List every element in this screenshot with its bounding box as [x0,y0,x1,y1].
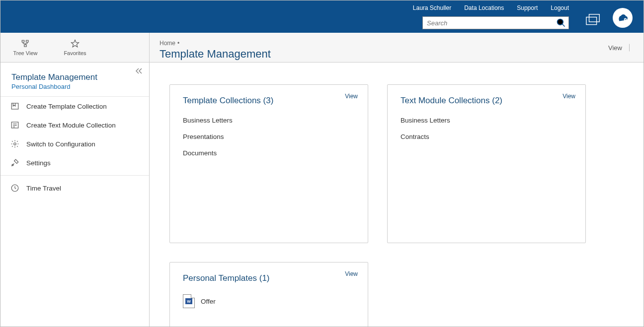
word-badge: W [185,298,192,304]
toolbar-row: Tree View Favorites Home• Template Manag… [0,33,644,63]
header-view-link[interactable]: View [608,44,630,51]
favorites-button[interactable]: Favorites [50,33,100,62]
card-text-module-collections: View Text Module Collections (2) Busines… [387,84,586,243]
sidebar-item-label: Settings [26,159,51,167]
text-module-icon [10,121,19,130]
card-view-link[interactable]: View [345,93,358,100]
sidebar-divider [0,175,149,176]
avatar-button[interactable] [613,8,633,28]
list-item[interactable]: Business Letters [183,117,355,124]
cards-container: View Template Collections (3) Business L… [150,63,644,327]
tools-icon [10,158,19,167]
svg-rect-2 [586,17,597,25]
user-name-link[interactable]: Laura Schuller [413,4,451,11]
data-locations-link[interactable]: Data Locations [464,4,504,11]
card-template-collections: View Template Collections (3) Business L… [169,84,368,243]
favorites-label: Favorites [64,50,86,56]
svg-rect-7 [26,40,29,42]
card-view-link[interactable]: View [345,270,358,277]
card-personal-templates: View Personal Templates (1) W Offer [169,262,368,327]
logo-icon [616,11,629,24]
card-title: Personal Templates (1) [183,273,355,283]
sidebar-item-create-text-module-collection[interactable]: Create Text Module Collection [0,116,149,134]
collapse-sidebar-button[interactable] [135,67,143,75]
word-doc-icon: W [183,294,195,308]
sidebar-item-label: Create Template Collection [26,103,107,110]
svg-point-19 [14,143,16,145]
clock-history-icon [10,184,19,193]
sidebar-item-create-template-collection[interactable]: Create Template Collection [0,97,149,116]
top-banner: Laura Schuller Data Locations Support Lo… [0,0,644,33]
star-icon [71,39,80,48]
sidebar-item-settings[interactable]: Settings [0,153,149,172]
svg-point-5 [625,19,626,20]
card-view-link[interactable]: View [563,93,575,100]
sidebar-item-label: Time Travel [26,185,61,192]
sidebar-list-secondary: Time Travel [0,179,149,197]
toolbar-right: Home• Template Management View [150,33,644,62]
content-area: View Template Collections (3) Business L… [150,63,644,327]
chevron-double-left-icon [135,68,143,74]
support-link[interactable]: Support [517,4,538,11]
card-list: W Offer [183,294,355,308]
sidebar-item-switch-to-configuration[interactable]: Switch to Configuration [0,134,149,153]
list-item[interactable]: Presentations [183,133,355,140]
tree-view-label: Tree View [13,50,38,56]
svg-marker-13 [72,40,79,47]
svg-rect-3 [589,14,600,22]
logout-link[interactable]: Logout [551,4,569,11]
sidebar-subtitle: Personal Dashboard [11,83,139,90]
sidebar-title: Template Management [11,72,139,82]
sidebar-item-label: Create Text Module Collection [26,122,116,129]
card-title: Template Collections (3) [183,96,355,106]
breadcrumb-separator: • [177,40,179,47]
list-item[interactable]: Contracts [401,133,572,140]
search-icon [556,18,566,28]
breadcrumb: Home• [160,40,634,47]
svg-rect-6 [22,40,24,42]
window-switcher-button[interactable] [585,13,601,26]
window-stack-icon [585,13,601,26]
svg-rect-8 [24,45,27,47]
search-button[interactable] [554,17,568,29]
sidebar-item-label: Switch to Configuration [26,140,95,148]
card-list: Business Letters Contracts [401,117,572,140]
list-item[interactable]: Documents [183,149,355,157]
sidebar-header: Template Management Personal Dashboard [0,63,149,97]
main-area: Template Management Personal Dashboard C… [0,63,644,327]
list-item-label: Offer [201,298,216,305]
search-input[interactable] [423,17,554,29]
svg-point-0 [558,19,564,25]
svg-line-1 [563,24,565,27]
sidebar: Template Management Personal Dashboard C… [0,63,150,327]
toolbar-left: Tree View Favorites [0,33,150,62]
list-item[interactable]: W Offer [183,294,355,308]
card-list: Business Letters Presentations Documents [183,117,355,157]
list-item[interactable]: Business Letters [401,117,572,124]
breadcrumb-home[interactable]: Home [160,40,175,47]
tree-icon [21,39,30,48]
collection-icon [10,102,19,111]
page-title: Template Management [160,48,634,61]
tree-view-button[interactable]: Tree View [0,33,50,62]
sidebar-item-time-travel[interactable]: Time Travel [0,179,149,197]
sidebar-list: Create Template Collection Create Text M… [0,97,149,172]
top-links: Laura Schuller Data Locations Support Lo… [413,4,569,11]
search-box [422,16,569,29]
card-title: Text Module Collections (2) [401,96,572,106]
gear-icon [10,139,19,148]
